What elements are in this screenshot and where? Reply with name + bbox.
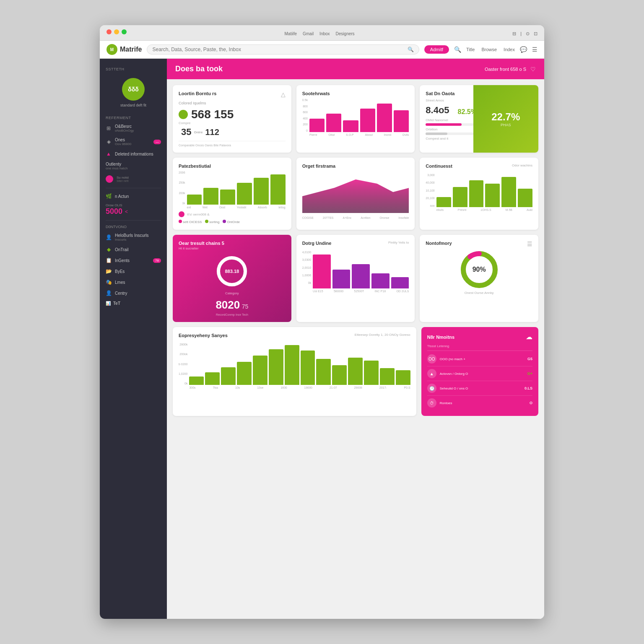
sidebar-pinkdot: Su nolst Stter nett (100, 173, 167, 185)
sidebar-item-centry[interactable]: 👤 Centry (100, 288, 167, 299)
sidebar-item-ones[interactable]: ◈ Ones Oov 86800 — (100, 135, 167, 148)
sidebar-item-byes[interactable]: 📂 ByEs (100, 266, 167, 277)
c10b7 (301, 351, 315, 385)
sidebar-section-title: Sstteth (100, 64, 167, 73)
orow-value-row: 5000 < (106, 207, 161, 216)
card9-header: Nontofmory ☰ (426, 241, 532, 248)
tab-label-0[interactable]: Matiife (285, 31, 297, 36)
ones-badge: — (153, 140, 161, 144)
sidebar-item-obecrc[interactable]: ⊞ O&Besrc oNoBOnOgy (100, 122, 167, 135)
ontrail-label: OnTrail (115, 247, 128, 252)
c6b3 (485, 184, 500, 207)
cta-button[interactable]: Admitf (424, 45, 449, 54)
card10-chart: 2800k200okb 02001,02000k (179, 343, 410, 389)
card5-x: COGISE20TTESA+EncAcritionOronseInsofate (302, 216, 409, 219)
notif4-value: O (530, 401, 532, 405)
circle-value: 883.18 (215, 254, 249, 288)
dot-yellow[interactable] (114, 29, 119, 34)
dot-red[interactable] (106, 29, 112, 34)
orow-arrow[interactable]: < (125, 209, 128, 215)
card8-header: Dotrg Undine Pintity Yells to (302, 241, 409, 248)
card6-bars (436, 174, 532, 207)
bar-1 (326, 114, 341, 132)
tab-label-3[interactable]: Designers (336, 31, 355, 36)
card4-footer-text: It's! oerm008 & (187, 213, 210, 216)
card-oear: Oear tresult chains 5 Ht it sucratter 88… (173, 235, 291, 322)
card6-x: ebutsPresnt1OHS.SM.5BAuld (436, 208, 532, 211)
sidebar-item-heloburls[interactable]: 👤 HeloBurls Inscurls Inscurls (100, 231, 167, 244)
xl-3: About (365, 133, 373, 136)
ingents-badge: 78 (153, 258, 161, 263)
cloud-icon: ☁ (526, 333, 532, 341)
ones-icon: ◈ (106, 139, 112, 145)
y3: 400 (302, 117, 308, 120)
bar-3 (360, 109, 375, 132)
sidebar-item-deleted[interactable]: ▲ Deleted informations (100, 148, 167, 159)
c10b1 (205, 372, 220, 385)
browser-search-bar[interactable]: 🔍 (147, 44, 419, 55)
card8-chart: 4,01003,03002,00101,00060k (302, 251, 409, 293)
c8b3 (371, 273, 390, 288)
nav-item-2[interactable]: Index (504, 47, 515, 52)
card7-bottom: 8020 75 (179, 299, 286, 312)
c10b8 (316, 359, 331, 385)
dot-green[interactable] (122, 29, 127, 34)
sidebar: Sstteth δδδ standard deft fit referment … (100, 59, 167, 619)
heart-icon: ♡ (530, 66, 536, 73)
card-orget: Orget firstrama (296, 158, 415, 230)
card11-title: N8r Nmoitns (427, 335, 454, 340)
header-right: Oaster front 658 o S ♡ (485, 66, 536, 73)
c8b0 (313, 254, 331, 288)
sidebar-item-ingents[interactable]: 📋 InGents 78 (100, 255, 167, 266)
page-header: Does ba took Oaster front 658 o S ♡ (167, 59, 544, 79)
card8-title: Dotrg Undine (302, 241, 332, 246)
card-notifications: N8r Nmoitns ☁ Ttssst Letenng OO OOO (no … (421, 327, 538, 416)
notif1-icon: OO (427, 354, 436, 364)
comment-icon[interactable]: 💬 (520, 46, 527, 53)
progress1-fill (426, 123, 462, 126)
card6-chart: 3,00040,00010,10020,100soo (426, 174, 532, 211)
notif4-label: Rontoes (440, 401, 526, 405)
c4y0: 2006 (179, 171, 185, 174)
tab-label-2[interactable]: Inbox (319, 31, 330, 36)
card-satdn: 22.7% PHAS Sat Dn Oaota Street Amos 8.4o… (420, 85, 538, 153)
tab-label-1[interactable]: Gmail (303, 31, 314, 36)
byes-icon: 📂 (106, 268, 112, 274)
card7-circle: 883.18 (215, 254, 249, 288)
notif3-label: Seheulid O / ons O (440, 387, 521, 390)
heloburls-label: HeloBurls Inscurls (115, 233, 149, 238)
menu-icon[interactable]: ☰ (532, 46, 538, 53)
notif1-value: G5 (527, 357, 532, 361)
sidebar-item-outlenty[interactable]: Outlenty one mus hatch (100, 159, 167, 173)
card3-stat1: 8.4o5 (426, 105, 449, 116)
card5-title: Orget firstrama (302, 164, 409, 169)
notif-item-4: ⏱ Rontoes O (427, 398, 532, 408)
bar-2 (343, 120, 358, 132)
card9-menu-icon[interactable]: ☰ (527, 241, 532, 247)
c6b0 (436, 197, 451, 207)
card-loortin: Loortin Borntu rs △ Colored Iquelms 568 … (173, 85, 291, 153)
card4-bars (187, 171, 286, 205)
ones-sub: Oov 86800 (115, 142, 131, 146)
logo-text: Matrife (120, 46, 142, 53)
heloburls-icon: 👤 (106, 234, 112, 240)
sidebar-item-lmes[interactable]: 🎭 Lmes (100, 277, 167, 288)
sidebar-item-ontrail[interactable]: ◆ OnTrail (100, 244, 167, 255)
card9-donut: 90% (426, 251, 532, 288)
row-2: Patezbestiutial 2006 250k 200k 1k (173, 158, 538, 230)
card-patez: Patezbestiutial 2006 250k 200k 1k (173, 158, 291, 230)
notif3-icon: 🕐 (427, 384, 436, 393)
browser-toolbar: M Matrife 🔍 Admitf 🔍 Title Browse Index … (100, 41, 544, 59)
c10b12 (380, 368, 395, 385)
search-input[interactable] (152, 47, 404, 52)
search-icon-2[interactable]: 🔍 (454, 46, 461, 53)
card5-area (302, 171, 409, 213)
card2-y-labels: 0.5k 800 600 400 200 0 (302, 99, 308, 132)
bar-4 (377, 104, 392, 132)
nav-item-1[interactable]: Browse (481, 47, 497, 52)
centry-icon: 👤 (106, 290, 112, 296)
c10b9 (332, 365, 347, 385)
nav-item-0[interactable]: Title (466, 47, 475, 52)
stat1-icon (179, 110, 188, 119)
sidebar-item-actun[interactable]: 🌿 n Actun (100, 191, 167, 202)
